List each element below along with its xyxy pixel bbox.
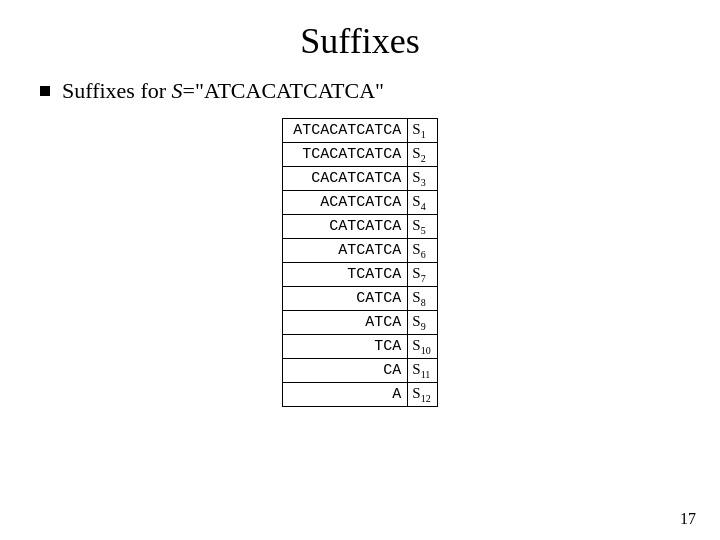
suffix-cell: ATCA	[283, 311, 408, 335]
label-cell: S4	[408, 191, 437, 215]
table-container: ATCACATCATCAS1TCACATCATCAS2CACATCATCAS3A…	[40, 118, 680, 407]
label-cell: S11	[408, 359, 437, 383]
suffix-cell: ACATCATCA	[283, 191, 408, 215]
bullet-icon	[40, 86, 50, 96]
subtitle-prefix: Suffixes for	[62, 78, 172, 103]
subtitle-value: ="ATCACATCATCA"	[183, 78, 385, 103]
table-row: TCAS10	[283, 335, 437, 359]
subtitle-row: Suffixes for S="ATCACATCATCA"	[40, 78, 384, 104]
suffix-cell: A	[283, 383, 408, 407]
label-cell: S8	[408, 287, 437, 311]
label-cell: S3	[408, 167, 437, 191]
slide-title: Suffixes	[40, 20, 680, 62]
table-row: TCATCAS7	[283, 263, 437, 287]
label-cell: S1	[408, 119, 437, 143]
suffix-cell: ATCACATCATCA	[283, 119, 408, 143]
suffix-cell: TCATCA	[283, 263, 408, 287]
subtitle-var: S	[172, 78, 183, 103]
label-cell: S6	[408, 239, 437, 263]
suffix-cell: CA	[283, 359, 408, 383]
suffix-cell: ATCATCA	[283, 239, 408, 263]
table-row: ATCACATCATCAS1	[283, 119, 437, 143]
suffix-cell: CACATCATCA	[283, 167, 408, 191]
label-cell: S5	[408, 215, 437, 239]
label-cell: S9	[408, 311, 437, 335]
table-row: TCACATCATCAS2	[283, 143, 437, 167]
page-number: 17	[680, 510, 696, 528]
suffix-cell: TCACATCATCA	[283, 143, 408, 167]
table-row: CACATCATCAS3	[283, 167, 437, 191]
table-row: CATCATCAS5	[283, 215, 437, 239]
label-cell: S2	[408, 143, 437, 167]
subtitle: Suffixes for S="ATCACATCATCA"	[62, 78, 384, 104]
label-cell: S10	[408, 335, 437, 359]
table-row: AS12	[283, 383, 437, 407]
table-row: CATCAS8	[283, 287, 437, 311]
label-cell: S7	[408, 263, 437, 287]
suffix-cell: CATCA	[283, 287, 408, 311]
suffix-cell: TCA	[283, 335, 408, 359]
suffix-cell: CATCATCA	[283, 215, 408, 239]
table-row: ATCATCAS6	[283, 239, 437, 263]
slide: Suffixes Suffixes for S="ATCACATCATCA" A…	[0, 0, 720, 540]
table-row: CAS11	[283, 359, 437, 383]
label-cell: S12	[408, 383, 437, 407]
table-row: ACATCATCAS4	[283, 191, 437, 215]
suffixes-table: ATCACATCATCAS1TCACATCATCAS2CACATCATCAS3A…	[282, 118, 437, 407]
table-row: ATCAS9	[283, 311, 437, 335]
